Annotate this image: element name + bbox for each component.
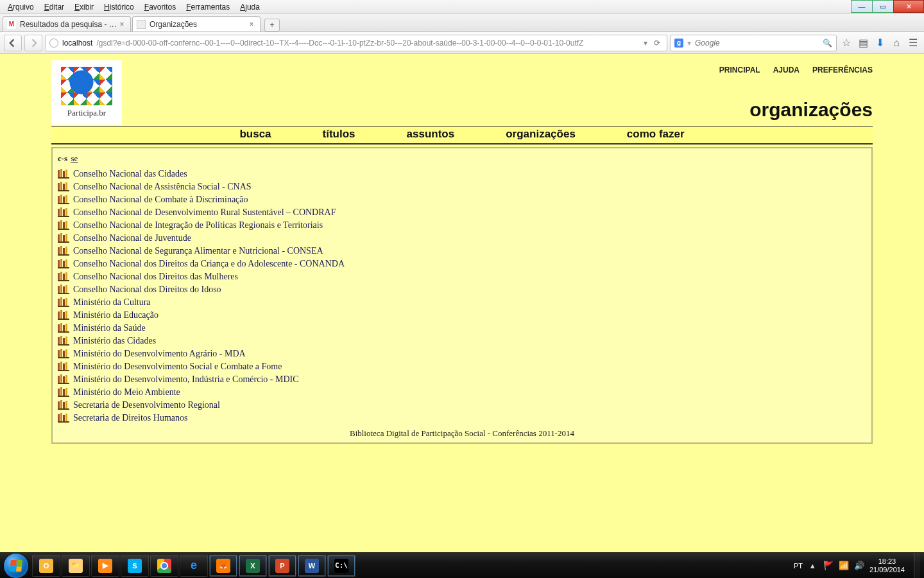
bookshelf-icon[interactable] <box>58 388 69 397</box>
dropdown-icon[interactable]: ▾ <box>687 39 691 48</box>
organization-link[interactable]: Conselho Nacional dos Direitos da Crianç… <box>73 259 345 269</box>
search-input[interactable] <box>695 39 819 48</box>
browser-tab[interactable]: MResultados da pesquisa - ef...× <box>3 16 131 31</box>
tab-close-icon[interactable]: × <box>117 20 126 29</box>
back-button[interactable] <box>4 35 22 51</box>
organization-link[interactable]: Secretaria de Direitos Humanos <box>73 413 187 423</box>
tray-flag-icon[interactable]: 🚩 <box>823 561 834 571</box>
nav-tab-busca[interactable]: busca <box>239 128 271 141</box>
organization-link[interactable]: Ministério do Meio Ambiente <box>73 387 180 398</box>
bookshelf-icon[interactable] <box>58 272 69 281</box>
bookshelf-icon[interactable] <box>58 170 69 179</box>
organization-link[interactable]: Ministério da Cultura <box>73 297 151 308</box>
search-icon[interactable]: 🔍 <box>823 39 832 48</box>
start-button[interactable] <box>4 554 28 578</box>
menu-histórico[interactable]: Histórico <box>99 1 139 13</box>
top-link-preferências[interactable]: PREFERÊNCIAS <box>812 66 873 74</box>
address-bar[interactable]: localhost /gsdl?e=d-000-00-off-confernc-… <box>45 35 667 51</box>
bookshelf-icon[interactable] <box>58 362 69 371</box>
organization-link[interactable]: Conselho Nacional das Cidades <box>73 169 187 179</box>
organization-link[interactable]: Conselho Nacional de Desenvolvimento Rur… <box>73 207 336 218</box>
organization-link[interactable]: Ministério das Cidades <box>73 336 156 346</box>
show-desktop-button[interactable] <box>914 553 920 579</box>
bookshelf-icon[interactable] <box>58 285 69 294</box>
taskbar-chrome[interactable] <box>150 555 178 577</box>
site-logo[interactable]: Participa.br <box>51 60 122 125</box>
top-link-ajuda[interactable]: AJUDA <box>773 66 800 74</box>
list-item: Secretaria de Desenvolvimento Regional <box>58 399 866 412</box>
tray-volume-icon[interactable]: 🔊 <box>854 561 864 571</box>
window-close-button[interactable]: ✕ <box>893 0 924 13</box>
reload-button[interactable]: ⟳ <box>651 39 663 48</box>
downloads-icon[interactable]: ⬇ <box>873 36 887 50</box>
taskbar-media-player[interactable]: ▶ <box>91 555 119 577</box>
search-bar[interactable]: g ▾ 🔍 <box>670 35 837 51</box>
bookshelf-icon[interactable] <box>58 311 69 320</box>
bookshelf-icon[interactable] <box>58 337 69 346</box>
taskbar-ie[interactable]: e <box>180 555 208 577</box>
bookshelf-icon[interactable] <box>58 182 69 191</box>
organization-link[interactable]: Ministério do Desenvolvimento, Indústria… <box>73 374 299 385</box>
organization-link[interactable]: Conselho Nacional dos Direitos das Mulhe… <box>73 272 238 282</box>
window-minimize-button[interactable]: — <box>851 0 873 13</box>
taskbar-cmd[interactable]: C:\ <box>327 555 355 577</box>
bookshelf-icon[interactable] <box>58 221 69 230</box>
menu-exibir[interactable]: Exibir <box>69 1 99 13</box>
taskbar-skype[interactable]: S <box>121 555 149 577</box>
bookshelf-icon[interactable] <box>58 247 69 256</box>
window-maximize-button[interactable]: ▭ <box>872 0 894 13</box>
reader-icon[interactable]: ▤ <box>856 36 870 50</box>
forward-button[interactable] <box>24 35 42 51</box>
dropdown-icon[interactable]: ▾ <box>644 39 647 48</box>
browser-tab[interactable]: Organizações× <box>132 16 261 31</box>
list-item: Conselho Nacional de Segurança Alimentar… <box>58 245 866 258</box>
tray-network-icon[interactable]: 📶 <box>839 561 849 571</box>
bookshelf-icon[interactable] <box>58 414 69 423</box>
taskbar-word[interactable]: W <box>298 555 326 577</box>
bookshelf-icon[interactable] <box>58 195 69 204</box>
organization-link[interactable]: Conselho Nacional de Segurança Alimentar… <box>73 246 323 256</box>
taskbar-firefox[interactable]: 🦊 <box>209 555 237 577</box>
taskbar-clock[interactable]: 18:23 21/09/2014 <box>869 557 905 574</box>
menu-ferramentas[interactable]: Ferramentas <box>181 1 235 13</box>
nav-tab-títulos[interactable]: títulos <box>323 128 355 141</box>
new-tab-button[interactable]: + <box>264 19 280 31</box>
taskbar-explorer[interactable]: 📁 <box>62 555 90 577</box>
organization-link[interactable]: Ministério da Educação <box>73 310 158 320</box>
organization-link[interactable]: Conselho Nacional de Integração de Polít… <box>73 220 323 231</box>
nav-tab-como-fazer[interactable]: como fazer <box>627 128 685 141</box>
nav-tab-organizações[interactable]: organizações <box>506 128 576 141</box>
organization-link[interactable]: Conselho Nacional de Juventude <box>73 233 191 243</box>
bookshelf-icon[interactable] <box>58 234 69 243</box>
bookshelf-icon[interactable] <box>58 298 69 307</box>
menu-ajuda[interactable]: Ajuda <box>235 1 265 13</box>
nav-tab-assuntos[interactable]: assuntos <box>407 128 455 141</box>
menu-editar[interactable]: Editar <box>39 1 69 13</box>
bookshelf-icon[interactable] <box>58 375 69 384</box>
bookshelf-icon[interactable] <box>58 349 69 358</box>
taskbar-powerpoint[interactable]: P <box>268 555 296 577</box>
organization-link[interactable]: Secretaria de Desenvolvimento Regional <box>73 400 220 410</box>
top-link-principal[interactable]: PRINCIPAL <box>719 66 760 74</box>
organization-link[interactable]: Ministério do Desenvolvimento Agrário - … <box>73 349 246 359</box>
organization-link[interactable]: Conselho Nacional dos Direitos do Idoso <box>73 285 221 295</box>
menu-favoritos[interactable]: Favoritos <box>139 1 181 13</box>
tray-chevron-icon[interactable]: ▴ <box>808 561 818 571</box>
bookmark-star-icon[interactable]: ☆ <box>839 36 853 50</box>
taskbar-excel[interactable]: X <box>239 555 267 577</box>
organization-link[interactable]: Conselho Nacional de Assistência Social … <box>73 182 252 192</box>
bookshelf-icon[interactable] <box>58 208 69 217</box>
language-indicator[interactable]: PT <box>794 562 803 570</box>
organization-link[interactable]: Conselho Nacional de Combate à Discrimin… <box>73 195 248 205</box>
tab-close-icon[interactable]: × <box>247 20 256 29</box>
menu-arquivo[interactable]: Arquivo <box>3 1 39 13</box>
bookshelf-icon[interactable] <box>58 259 69 268</box>
alpha-link-se[interactable]: se <box>71 153 78 163</box>
organization-link[interactable]: Ministério da Saúde <box>73 323 146 333</box>
bookshelf-icon[interactable] <box>58 401 69 410</box>
home-icon[interactable]: ⌂ <box>889 36 903 50</box>
bookshelf-icon[interactable] <box>58 324 69 333</box>
taskbar-outlook[interactable]: O <box>32 555 60 577</box>
organization-link[interactable]: Ministério do Desenvolvimento Social e C… <box>73 362 282 372</box>
menu-icon[interactable]: ☰ <box>906 36 920 50</box>
